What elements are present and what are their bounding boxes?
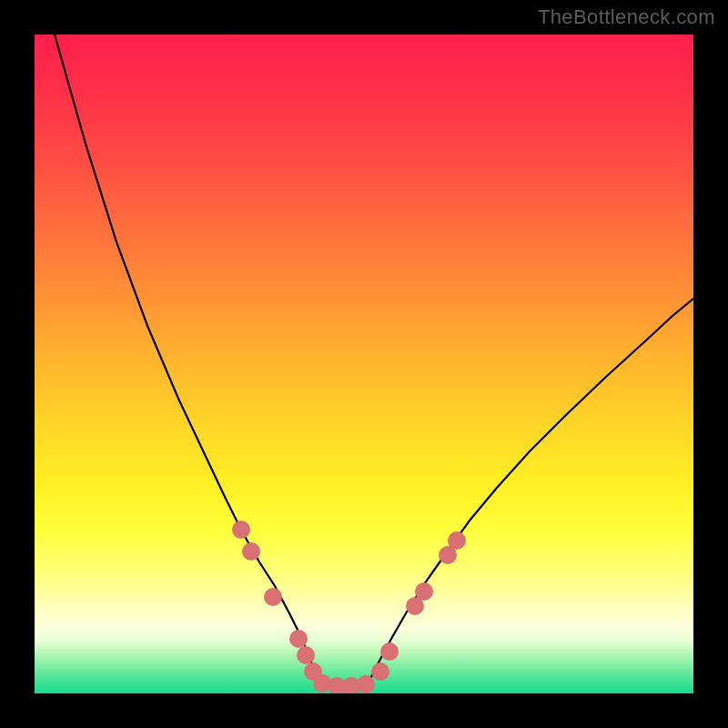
data-point [289,630,308,648]
data-point [371,662,389,681]
data-point [264,588,282,606]
data-point [242,542,260,561]
data-point [297,646,315,664]
chart-frame: TheBottleneck.com [0,0,728,728]
bottleneck-curve [55,35,693,688]
attribution-label: TheBottleneck.com [538,5,715,29]
data-point [415,582,433,601]
data-point [232,521,250,539]
chart-svg [35,35,693,693]
data-point [380,642,399,661]
data-point [448,531,466,550]
data-point [357,675,375,693]
plot-area [35,35,693,693]
data-markers [232,521,466,693]
